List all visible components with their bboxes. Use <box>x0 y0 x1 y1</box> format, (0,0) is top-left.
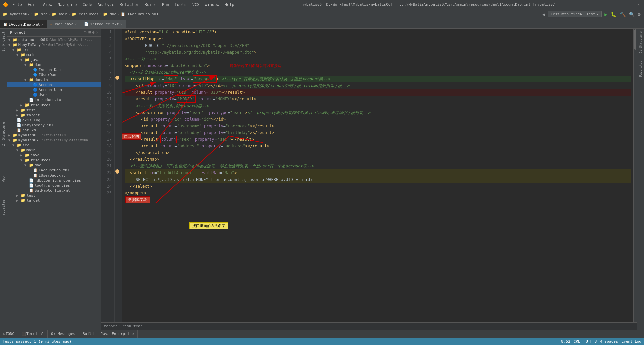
code-line-7: <!--定义封装account和user两个表--> <box>125 69 631 76</box>
structure-tab[interactable]: 6: Structure <box>639 31 642 53</box>
tab-build[interactable]: Build <box>79 330 97 338</box>
menu-build[interactable]: Build <box>143 2 159 8</box>
menu-help[interactable]: Help <box>223 2 236 8</box>
tree-item[interactable]: ▶ 📁 java <box>7 153 101 158</box>
tree-item-user[interactable]: 🔵 User <box>7 92 101 97</box>
menu-bar[interactable]: File Edit View Navigate Code Analyze Ref… <box>10 2 236 8</box>
breakpoint-marker[interactable] <box>115 169 119 174</box>
tree-item-iaccuntdao[interactable]: 🔷 IAccuntDao <box>7 67 101 72</box>
favorites-tab[interactable]: Favorites <box>639 61 642 77</box>
tree-item-axislog[interactable]: 📄 axis.log <box>7 118 101 123</box>
tree-item[interactable]: ▼ 📁 resources <box>7 158 101 163</box>
line-num: 23 <box>104 176 112 183</box>
run-button[interactable]: ▶ <box>604 11 608 18</box>
tree-item[interactable]: ▼ 📁 ManyToMany D:\WorkTest\MyBatis\... <box>7 42 101 47</box>
tree-arrow-icon: ▼ <box>8 138 12 142</box>
tree-item[interactable]: ▼ 📁 datasource06 D:\WorkTest\MyBatis\... <box>7 37 101 42</box>
tab-close-button[interactable]: ✕ <box>41 23 43 26</box>
tree-item-sqlmapconfig[interactable]: 📋 SqlMapConfig.xml <box>7 188 101 193</box>
run-config-selector[interactable]: TestData.findAllTest ▾ <box>548 11 602 17</box>
tree-item-label: datasource06 <box>18 38 45 42</box>
tree-item-jdbcconfig[interactable]: 📄 jdbcConfig.properties <box>7 178 101 183</box>
menu-refactor[interactable]: Refactor <box>118 2 141 8</box>
code-editor-lines[interactable]: <?xml version="1.0" encoding="UTF-8"?> <… <box>122 29 633 322</box>
window-controls[interactable]: — □ ✕ <box>623 2 641 7</box>
code-editor[interactable]: 1 2 3 4 5 6 7 8 9 10 11 12 13 14 15 16 1… <box>101 29 637 330</box>
web-toggle[interactable]: Web <box>1 175 6 184</box>
tab-messages[interactable]: 0: Messages <box>48 330 79 338</box>
tree-item[interactable]: ▼ 📁 dao <box>7 163 101 168</box>
tab-userjava[interactable]: ☕ User.java ✕ <box>47 20 81 28</box>
tree-item[interactable]: ▼ 📁 java <box>7 57 101 62</box>
menu-tools[interactable]: Tools <box>173 2 189 8</box>
tree-item[interactable]: ▼ 📁 src <box>7 143 101 148</box>
menu-code[interactable]: Code <box>80 2 94 8</box>
txt-file-icon: 📄 <box>29 98 34 102</box>
menu-window[interactable]: Window <box>203 2 221 8</box>
settings-icon[interactable]: ⚙ <box>92 30 95 35</box>
build-button[interactable]: 🔨 <box>619 11 626 18</box>
tree-item-path: D:\WorkTest\M... <box>40 133 72 137</box>
collapse-icon[interactable]: ⊟ <box>88 30 91 35</box>
tree-item-target[interactable]: ▶ 📁 target <box>7 113 101 118</box>
tree-item[interactable]: ▼ 📁 src <box>7 47 101 52</box>
project-panel-toggle[interactable]: 1: Project <box>1 30 6 53</box>
maximize-button[interactable]: □ <box>629 2 635 7</box>
close-button[interactable]: ✕ <box>636 2 641 7</box>
tree-item-test2[interactable]: ▶ 📁 test <box>7 193 101 198</box>
tree-item[interactable]: ▼ 📁 dao <box>7 62 101 67</box>
structure-toggle[interactable]: 2: Structure <box>1 121 6 147</box>
back-button[interactable]: ◀ <box>542 11 546 18</box>
menu-file[interactable]: File <box>10 2 24 8</box>
gutter <box>115 29 122 322</box>
tree-item-iuserdao[interactable]: 🔷 IUserDao <box>7 72 101 77</box>
tree-item-account[interactable]: 🔵 Account <box>7 82 101 87</box>
tree-item-target2[interactable]: ▶ 📁 target <box>7 198 101 203</box>
search-button[interactable]: 🔍 <box>628 11 635 18</box>
tree-item[interactable]: ▼ 📁 main <box>7 148 101 153</box>
menu-run[interactable]: Run <box>160 2 171 8</box>
tree-item-test[interactable]: ▶ 📁 test <box>7 108 101 113</box>
menu-vcs[interactable]: VCS <box>190 2 202 8</box>
tree-item-accountuser[interactable]: 🔵 AccountUser <box>7 87 101 92</box>
event-log[interactable]: Event Log <box>621 339 641 344</box>
tree-item-iuserdao-xml[interactable]: 📋 IUserDao.xml <box>7 173 101 178</box>
tab-terminal[interactable]: ⬛ Terminal <box>18 330 48 338</box>
editor-scrollbar[interactable] <box>633 29 637 322</box>
breakpoint-marker[interactable] <box>115 76 119 80</box>
tree-item-label: main <box>26 53 36 57</box>
tree-item[interactable]: ▼ 📁 main <box>7 52 101 57</box>
tree-item-mybatis05[interactable]: ▶ 📁 mybatis05 D:\WorkTest\M... <box>7 133 101 138</box>
minimize-button[interactable]: — <box>623 2 628 7</box>
tree-item-label: main <box>26 148 36 152</box>
tree-item-introducetxt[interactable]: 📄 introduce.txt <box>7 97 101 102</box>
tree-item-iml[interactable]: 📄 ManyToMany.iml <box>7 123 101 128</box>
tree-item-domain[interactable]: ▼ 📁 domain <box>7 77 101 82</box>
tab-iaccuntdao[interactable]: 📋 IAccuntDao.xml ✕ <box>0 20 47 28</box>
tree-item-resources[interactable]: ▶ 📁 resources <box>7 102 101 108</box>
tree-item-mybatis07[interactable]: ▼ 📁 mybatis07 D:\WorkTest\MyBatis\myba..… <box>7 138 101 143</box>
tree-item-pomxml[interactable]: 📋 pom.xml <box>7 128 101 133</box>
tree-item-log4j[interactable]: 📄 log4j.properties <box>7 183 101 188</box>
line-num: 17 <box>104 136 112 143</box>
menu-view[interactable]: View <box>41 2 54 8</box>
tab-introducetxt[interactable]: 📄 introduce.txt ✕ <box>80 20 126 28</box>
menu-analyze[interactable]: Analyze <box>95 2 116 8</box>
scrollbar-thumb[interactable] <box>634 29 636 50</box>
breadcrumb-mapper: mapper <box>104 324 117 328</box>
tab-todo[interactable]: ☑ TODO <box>0 330 18 338</box>
breadcrumb: 📁 mybatis07 › 📁 src › 📁 main › 📁 resourc… <box>3 12 159 16</box>
sync-icon[interactable]: ⟳ <box>84 30 87 35</box>
menu-edit[interactable]: Edit <box>25 2 39 8</box>
tab-close-button[interactable]: ✕ <box>75 22 77 26</box>
menu-navigate[interactable]: Navigate <box>56 2 79 8</box>
tab-close-button[interactable]: ✕ <box>120 22 122 26</box>
close-panel-icon[interactable]: ✕ <box>96 30 98 35</box>
favorites-toggle[interactable]: Favorites <box>1 198 6 219</box>
settings-button[interactable]: ⚙ <box>637 11 641 18</box>
tab-java-enterprise[interactable]: Java Enterprise <box>97 330 138 338</box>
debug-button[interactable]: 🐛 <box>610 11 617 18</box>
line-num: 11 <box>104 96 112 102</box>
tree-item-iaccuntdao-xml[interactable]: 📋 IAccuntDao.xml <box>7 168 101 173</box>
bottom-tab-bar: ☑ TODO ⬛ Terminal 0: Messages Build Java… <box>0 330 644 338</box>
